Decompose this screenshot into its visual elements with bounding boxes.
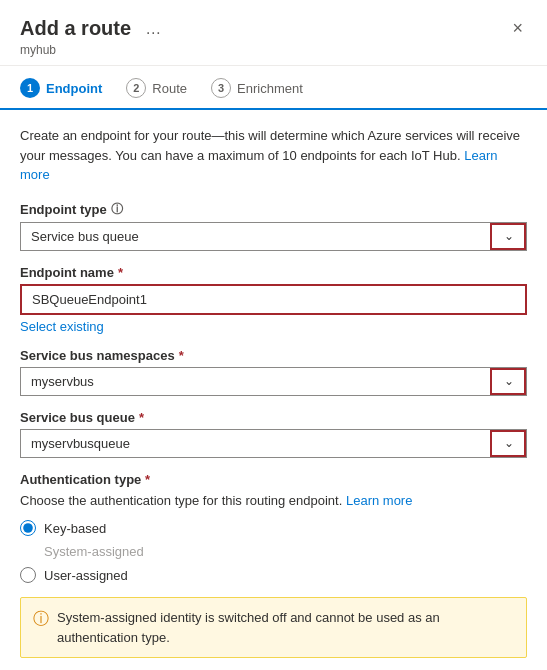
description-text: Create an endpoint for your route—this w… (20, 126, 527, 185)
service-bus-queue-label: Service bus queue * (20, 410, 527, 425)
step-circle-3: 3 (211, 78, 231, 98)
step-circle-2: 2 (126, 78, 146, 98)
radio-user-assigned[interactable]: User-assigned (20, 567, 527, 583)
service-bus-namespaces-group: Service bus namespaces * ⌄ (20, 348, 527, 396)
step-enrichment[interactable]: 3 Enrichment (211, 78, 303, 108)
service-bus-queue-group: Service bus queue * ⌄ (20, 410, 527, 458)
ellipsis-button[interactable]: … (141, 18, 165, 40)
warning-box: ⓘ System-assigned identity is switched o… (20, 597, 527, 658)
radio-key-based-input[interactable] (20, 520, 36, 536)
endpoint-type-input[interactable] (21, 223, 490, 250)
radio-system-assigned-label: System-assigned (44, 544, 144, 559)
steps-navigation: 1 Endpoint 2 Route 3 Enrichment (0, 66, 547, 110)
step-label-enrichment: Enrichment (237, 81, 303, 96)
endpoint-type-chevron-button[interactable]: ⌄ (490, 223, 526, 250)
endpoint-type-dropdown: ⌄ (20, 222, 527, 251)
endpoint-type-info-icon[interactable]: ⓘ (111, 201, 123, 218)
endpoint-name-group: Endpoint name * Select existing (20, 265, 527, 334)
panel-subtitle: myhub (20, 43, 527, 57)
title-group: Add a route … (20, 17, 165, 40)
add-route-panel: Add a route … × myhub 1 Endpoint 2 Route… (0, 0, 547, 670)
close-button[interactable]: × (508, 16, 527, 41)
radio-key-based-label: Key-based (44, 521, 106, 536)
auth-type-group: Authentication type * Choose the authent… (20, 472, 527, 584)
service-bus-namespaces-dropdown: ⌄ (20, 367, 527, 396)
panel-title: Add a route (20, 17, 131, 40)
auth-type-required: * (145, 472, 150, 487)
service-bus-namespaces-chevron-button[interactable]: ⌄ (490, 368, 526, 395)
service-bus-namespaces-chevron-icon: ⌄ (504, 374, 514, 388)
auth-description: Choose the authentication type for this … (20, 491, 527, 511)
radio-user-assigned-input[interactable] (20, 567, 36, 583)
warning-icon: ⓘ (33, 609, 49, 630)
panel-body: Create an endpoint for your route—this w… (0, 110, 547, 670)
auth-type-radio-group: Key-based System-assigned User-assigned (20, 520, 527, 583)
service-bus-queue-chevron-button[interactable]: ⌄ (490, 430, 526, 457)
step-endpoint[interactable]: 1 Endpoint (20, 78, 102, 108)
step-circle-1: 1 (20, 78, 40, 98)
step-label-endpoint: Endpoint (46, 81, 102, 96)
endpoint-type-chevron-icon: ⌄ (504, 229, 514, 243)
service-bus-queue-required: * (139, 410, 144, 425)
service-bus-namespaces-required: * (179, 348, 184, 363)
step-route[interactable]: 2 Route (126, 78, 187, 108)
service-bus-queue-input[interactable] (21, 430, 490, 457)
service-bus-namespaces-label: Service bus namespaces * (20, 348, 527, 363)
endpoint-name-required: * (118, 265, 123, 280)
warning-text: System-assigned identity is switched off… (57, 608, 514, 647)
service-bus-queue-chevron-icon: ⌄ (504, 436, 514, 450)
auth-type-label: Authentication type * (20, 472, 527, 487)
endpoint-name-input[interactable] (22, 286, 525, 313)
service-bus-queue-dropdown: ⌄ (20, 429, 527, 458)
step-label-route: Route (152, 81, 187, 96)
endpoint-type-group: Endpoint type ⓘ ⌄ (20, 201, 527, 251)
endpoint-name-label: Endpoint name * (20, 265, 527, 280)
auth-learn-more-link[interactable]: Learn more (346, 493, 412, 508)
radio-key-based[interactable]: Key-based (20, 520, 527, 536)
radio-user-assigned-label: User-assigned (44, 568, 128, 583)
endpoint-name-input-wrapper (20, 284, 527, 315)
select-existing-link[interactable]: Select existing (20, 319, 527, 334)
endpoint-type-label: Endpoint type ⓘ (20, 201, 527, 218)
service-bus-namespaces-input[interactable] (21, 368, 490, 395)
radio-system-assigned[interactable]: System-assigned (44, 544, 527, 559)
panel-header: Add a route … × myhub (0, 0, 547, 66)
